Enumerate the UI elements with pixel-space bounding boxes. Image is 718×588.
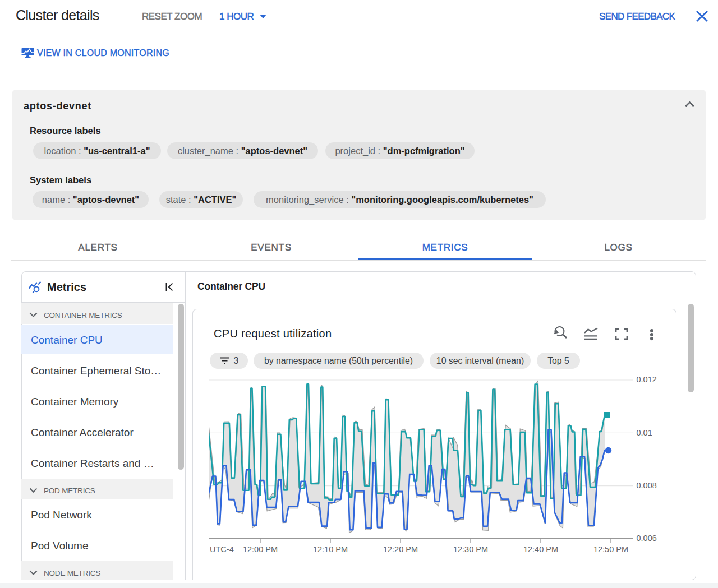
svg-text:UTC-4: UTC-4 [210, 545, 234, 554]
svg-text:0.006: 0.006 [637, 534, 657, 543]
svg-text:0.012: 0.012 [637, 375, 657, 384]
svg-text:12:20 PM: 12:20 PM [383, 545, 418, 554]
svg-text:12:00 PM: 12:00 PM [243, 545, 278, 554]
svg-text:12:50 PM: 12:50 PM [593, 545, 628, 554]
svg-text:12:30 PM: 12:30 PM [453, 545, 488, 554]
svg-text:0.01: 0.01 [637, 428, 652, 437]
svg-text:12:10 PM: 12:10 PM [313, 545, 348, 554]
svg-text:12:40 PM: 12:40 PM [523, 545, 558, 554]
svg-text:0.008: 0.008 [637, 481, 657, 490]
